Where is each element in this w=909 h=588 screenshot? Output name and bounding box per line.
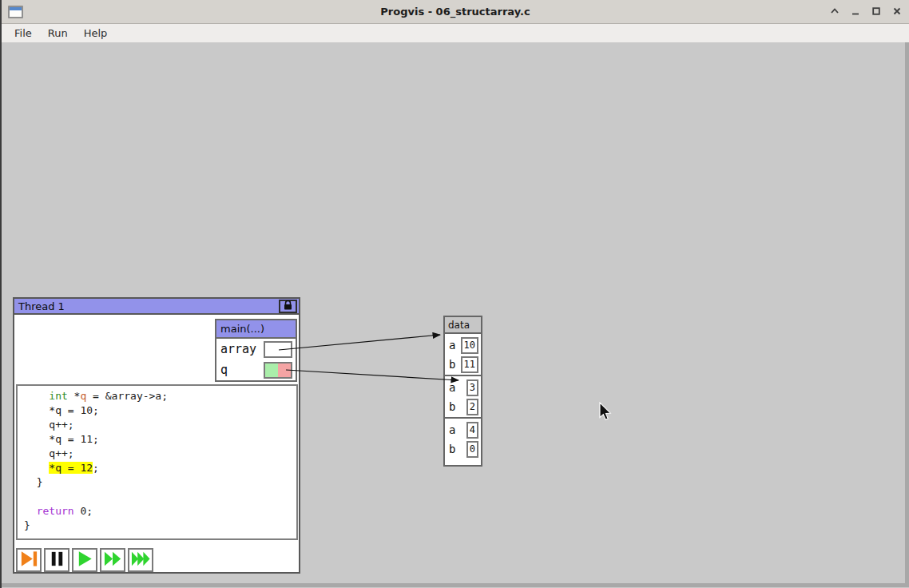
- highlighted-statement: *q = 12: [49, 462, 93, 474]
- maximize-button[interactable]: [869, 5, 883, 19]
- code-line: }: [24, 475, 296, 490]
- triple-forward-icon: [131, 549, 151, 571]
- mouse-cursor: [599, 402, 617, 423]
- field-row: b11: [445, 355, 481, 374]
- source-code-view: int *q = &array->a; *q = 10; q++; *q = 1…: [16, 384, 298, 540]
- field-name: b: [449, 443, 466, 455]
- thread-title: Thread 1: [18, 300, 65, 312]
- menu-run[interactable]: Run: [40, 26, 76, 41]
- lock-button[interactable]: [279, 300, 297, 313]
- code-token: *q = 11;: [24, 433, 99, 445]
- chevron-up-icon: [830, 6, 840, 18]
- code-token: }: [24, 476, 42, 488]
- menubar: FileRunHelp: [2, 24, 909, 42]
- field-value: 11: [461, 356, 478, 373]
- code-line: int *q = &array->a;: [24, 389, 296, 403]
- field-row: b2: [445, 397, 481, 416]
- close-icon: [892, 6, 902, 18]
- run-button[interactable]: [72, 548, 97, 572]
- heap-object-body: a10b11a3b2a4b0: [445, 334, 481, 459]
- field-row: a4: [445, 420, 481, 439]
- struct-element-2: a4b0: [445, 419, 481, 459]
- code-token: = &array->a;: [86, 390, 168, 402]
- menu-help[interactable]: Help: [76, 26, 116, 41]
- titlebar[interactable]: Progvis - 06_structarray.c: [2, 0, 909, 24]
- code-token: *: [68, 390, 81, 402]
- struct-element-1: a3b2: [445, 376, 481, 419]
- pause-button[interactable]: [44, 548, 69, 572]
- field-value: 4: [466, 422, 478, 439]
- field-name: a: [449, 423, 466, 436]
- code-token: q++;: [24, 447, 74, 459]
- window-controls: [828, 0, 904, 24]
- code-line: *q = 11;: [24, 432, 296, 447]
- struct-element-0: a10b11: [445, 334, 481, 376]
- pointer-arrow-q: [286, 370, 458, 380]
- field-value: 2: [466, 399, 478, 415]
- variable-row-array: array: [216, 339, 296, 360]
- minimize-button[interactable]: [848, 5, 863, 19]
- maximize-icon: [871, 6, 881, 18]
- run-very-fast-button[interactable]: [128, 548, 153, 572]
- field-row: b0: [445, 439, 481, 459]
- run-fast-button[interactable]: [100, 548, 125, 572]
- pointer-swatch: [278, 364, 291, 377]
- code-token: *q = 10;: [24, 404, 99, 416]
- variable-name: q: [220, 363, 264, 377]
- step-icon: [19, 549, 39, 571]
- field-name: a: [449, 339, 461, 352]
- variable-row-q: q: [216, 360, 296, 380]
- workspace-canvas: Thread 1 main(...) arrayq int *q = &ar: [2, 42, 909, 587]
- array-pointer-box: [264, 341, 292, 358]
- thread-panel-titlebar[interactable]: Thread 1: [14, 299, 299, 315]
- code-line: *q = 12;: [24, 461, 296, 475]
- field-name: b: [449, 358, 461, 371]
- code-token: [24, 505, 37, 517]
- shade-button[interactable]: [828, 5, 842, 19]
- field-name: a: [449, 381, 466, 394]
- field-value: 0: [466, 441, 478, 458]
- pointer-swatch: [265, 364, 278, 377]
- menu-file[interactable]: File: [6, 26, 40, 41]
- padlock-icon: [284, 300, 292, 312]
- code-line: [24, 490, 296, 504]
- code-token: }: [24, 519, 30, 531]
- code-line: }: [24, 518, 296, 533]
- q-pointer-box: [264, 362, 292, 379]
- field-value: 10: [461, 337, 478, 354]
- code-line: q++;: [24, 447, 296, 461]
- minimize-icon: [851, 6, 860, 18]
- code-token: [24, 462, 49, 474]
- field-name: b: [449, 400, 466, 413]
- step-button[interactable]: [16, 548, 42, 572]
- close-button[interactable]: [890, 5, 904, 19]
- fast-forward-icon: [103, 549, 123, 571]
- stack-frame-title: main(...): [216, 320, 296, 339]
- pointer-arrow-array: [279, 335, 440, 350]
- field-value: 3: [466, 379, 478, 396]
- field-row: a3: [445, 378, 481, 397]
- code-line: return 0;: [24, 504, 296, 518]
- thread-panel-body: main(...) arrayq int *q = &array->a; *q …: [14, 315, 299, 572]
- code-token: int: [49, 390, 67, 402]
- play-icon: [75, 549, 95, 571]
- pointer-swatch: [278, 343, 291, 356]
- code-token: 0;: [74, 505, 93, 517]
- code-token: ;: [93, 462, 99, 474]
- stack-frame-main: main(...) arrayq: [215, 319, 297, 382]
- code-line: q++;: [24, 418, 296, 432]
- code-token: return: [37, 505, 74, 517]
- code-token: [24, 390, 49, 402]
- thread-panel: Thread 1 main(...) arrayq int *q = &ar: [13, 297, 300, 574]
- pointer-swatch: [265, 343, 278, 356]
- field-row: a10: [445, 336, 481, 355]
- progvis-window: Progvis - 06_structarray.c FileRunHelp T…: [0, 0, 909, 588]
- window-title: Progvis - 06_structarray.c: [2, 6, 909, 18]
- heap-object-title: data: [445, 317, 481, 334]
- heap-object-data: data a10b11a3b2a4b0: [443, 316, 482, 467]
- execution-controls: [16, 548, 153, 572]
- pause-icon: [47, 549, 67, 571]
- code-line: *q = 10;: [24, 403, 296, 418]
- stack-frame-variables: arrayq: [216, 339, 296, 380]
- variable-name: array: [220, 342, 264, 356]
